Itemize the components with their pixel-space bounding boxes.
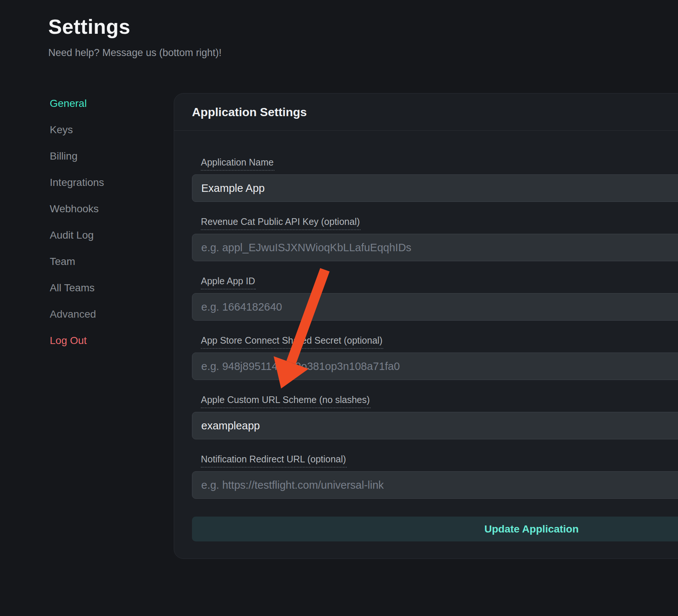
panel-title: Application Settings — [174, 94, 678, 131]
page-title: Settings — [48, 15, 130, 39]
sidebar-item-all-teams[interactable]: All Teams — [50, 275, 161, 301]
field-label: Application Name — [201, 157, 274, 171]
settings-sidebar: GeneralKeysBillingIntegrationsWebhooksAu… — [50, 90, 161, 354]
sidebar-item-webhooks[interactable]: Webhooks — [50, 196, 161, 222]
sidebar-item-log-out[interactable]: Log Out — [50, 327, 161, 354]
field-label: Notification Redirect URL (optional) — [201, 453, 347, 468]
field-label: Apple App ID — [201, 275, 256, 289]
update-application-button[interactable]: Update Application — [192, 517, 678, 541]
form-field: Apple App ID — [192, 275, 678, 321]
application-settings-form: Application Name Revenue Cat Public API … — [174, 131, 678, 541]
sidebar-item-general[interactable]: General — [50, 90, 161, 117]
field-label: App Store Connect Shared Secret (optiona… — [201, 335, 383, 349]
application-name-input[interactable] — [192, 174, 678, 202]
revenuecat-api-key-input[interactable] — [192, 234, 678, 261]
form-field: Revenue Cat Public API Key (optional) — [192, 216, 678, 261]
field-label: Apple Custom URL Scheme (no slashes) — [201, 394, 371, 408]
sidebar-item-audit-log[interactable]: Audit Log — [50, 222, 161, 248]
sidebar-item-advanced[interactable]: Advanced — [50, 301, 161, 327]
app-store-shared-secret-input[interactable] — [192, 353, 678, 380]
sidebar-item-keys[interactable]: Keys — [50, 117, 161, 143]
form-field: Application Name — [192, 157, 678, 202]
apple-url-scheme-input[interactable] — [192, 412, 678, 439]
page-subtitle: Need help? Message us (bottom right)! — [48, 47, 222, 59]
apple-app-id-input[interactable] — [192, 293, 678, 321]
sidebar-item-billing[interactable]: Billing — [50, 143, 161, 169]
sidebar-item-team[interactable]: Team — [50, 248, 161, 275]
form-field: App Store Connect Shared Secret (optiona… — [192, 335, 678, 380]
form-field: Notification Redirect URL (optional) — [192, 453, 678, 499]
form-field: Apple Custom URL Scheme (no slashes) — [192, 394, 678, 439]
sidebar-item-integrations[interactable]: Integrations — [50, 169, 161, 196]
field-label: Revenue Cat Public API Key (optional) — [201, 216, 361, 230]
notification-redirect-input[interactable] — [192, 471, 678, 499]
application-settings-panel: Application Settings Application Name Re… — [174, 93, 678, 559]
